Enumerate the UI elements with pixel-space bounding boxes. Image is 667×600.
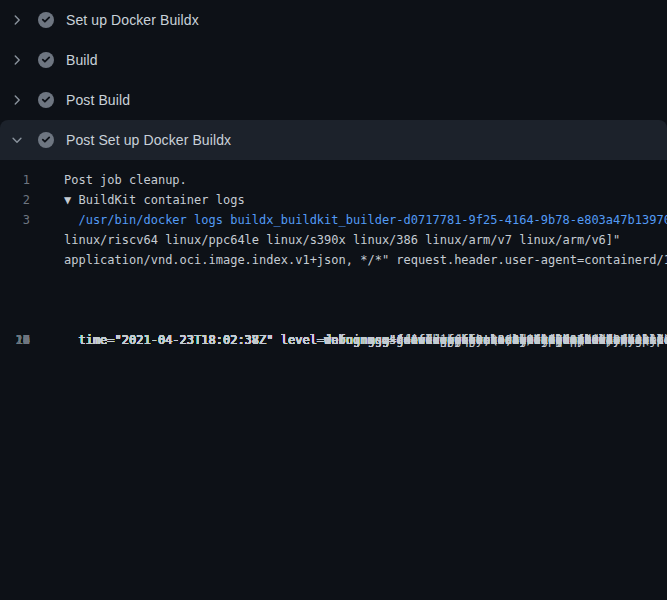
chevron-right-icon[interactable] <box>9 92 25 108</box>
line-number <box>0 250 30 270</box>
log-command-text: /usr/bin/docker logs buildx_buildkit_bui… <box>30 210 667 230</box>
check-circle-icon <box>38 92 54 108</box>
log-row: 3 /usr/bin/docker logs buildx_buildkit_b… <box>0 210 667 230</box>
step-post-setup-docker-buildx[interactable]: Post Set up Docker Buildx <box>0 120 667 160</box>
line-number <box>0 230 30 250</box>
check-circle-icon <box>38 132 54 148</box>
step-build[interactable]: Build <box>0 40 667 80</box>
actions-log-viewer: Set up Docker Buildx Build Post Build <box>0 0 667 600</box>
log-row: 2▼ BuildKit container logs <box>0 190 667 210</box>
step-label: Set up Docker Buildx <box>66 12 199 28</box>
log-text: linux/riscv64 linux/ppc64le linux/s390x … <box>30 230 620 250</box>
line-number[interactable]: 3 <box>0 210 30 230</box>
line-number[interactable]: 1 <box>0 170 30 190</box>
log-area: 1Post job cleanup.2▼ BuildKit container … <box>0 160 667 270</box>
group-title: BuildKit container logs <box>71 193 244 207</box>
step-label: Build <box>66 52 98 68</box>
log-text: Post job cleanup. <box>30 170 187 190</box>
steps-list: Set up Docker Buildx Build Post Build <box>0 0 667 160</box>
chevron-right-icon[interactable] <box>9 12 25 28</box>
line-number[interactable]: 2 <box>0 190 30 210</box>
log-text: application/vnd.oci.image.index.v1+json,… <box>30 250 667 270</box>
step-label: Post Build <box>66 92 130 108</box>
log-text: time="2021-04-23T18:02:38Z" level=debug … <box>30 330 667 350</box>
line-number[interactable]: 20 <box>0 330 30 350</box>
log-row: linux/riscv64 linux/ppc64le linux/s390x … <box>0 230 667 250</box>
step-post-build[interactable]: Post Build <box>0 80 667 120</box>
chevron-right-icon[interactable] <box>9 52 25 68</box>
check-circle-icon <box>38 12 54 28</box>
log-group-header: ▼ BuildKit container logs <box>30 190 245 210</box>
log-row: 20 time="2021-04-23T18:02:38Z" level=deb… <box>0 320 667 350</box>
chevron-down-icon[interactable] <box>9 132 25 148</box>
log-row: application/vnd.oci.image.index.v1+json,… <box>0 250 667 270</box>
log-row: 1Post job cleanup. <box>0 170 667 190</box>
check-circle-icon <box>38 52 54 68</box>
step-setup-docker-buildx[interactable]: Set up Docker Buildx <box>0 0 667 40</box>
step-label: Post Set up Docker Buildx <box>66 132 231 148</box>
